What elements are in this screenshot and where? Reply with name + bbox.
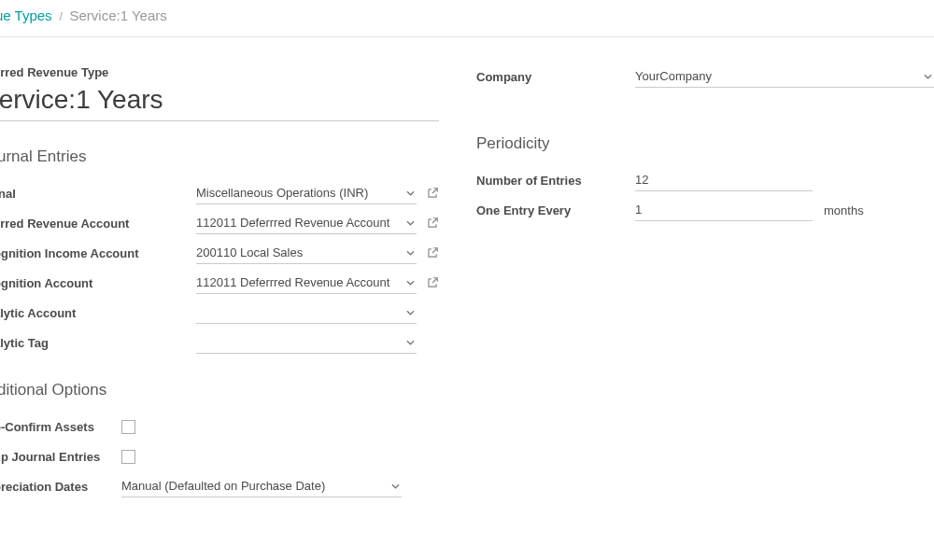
- analytic-account-label: …alytic Account: [0, 306, 196, 320]
- recognition-account-label: …ognition Account: [0, 276, 196, 290]
- periodicity-heading: Periodicity: [476, 134, 934, 153]
- company-select[interactable]: [635, 65, 934, 88]
- depreciation-dates-select[interactable]: [121, 475, 402, 497]
- company-label: Company: [476, 70, 635, 84]
- additional-options-heading: …ditional Options: [0, 381, 439, 399]
- number-of-entries-input[interactable]: [635, 169, 813, 191]
- external-link-icon[interactable]: [426, 246, 439, 259]
- one-entry-every-label: One Entry Every: [476, 203, 635, 217]
- recognition-income-account-select[interactable]: [196, 242, 417, 264]
- breadcrumb-separator: /: [59, 9, 63, 23]
- external-link-icon[interactable]: [426, 276, 439, 289]
- type-name-input[interactable]: [0, 81, 439, 121]
- breadcrumb-parent-link[interactable]: …ue Types: [0, 7, 52, 23]
- one-entry-every-unit: months: [824, 203, 864, 217]
- analytic-account-select[interactable]: [196, 301, 417, 324]
- deferred-revenue-account-label: …erred Revenue Account: [0, 217, 196, 231]
- recognition-income-account-label: …ognition Income Account: [0, 246, 196, 260]
- group-entries-checkbox[interactable]: [121, 450, 135, 464]
- group-entries-label: …up Journal Entries: [0, 450, 121, 464]
- journal-entries-heading: …urnal Entries: [0, 147, 439, 166]
- number-of-entries-label: Number of Entries: [476, 174, 635, 188]
- analytic-tag-select[interactable]: [196, 331, 417, 354]
- auto-confirm-label: …o-Confirm Assets: [0, 420, 121, 434]
- analytic-tag-label: …alytic Tag: [0, 336, 196, 350]
- type-label: …erred Revenue Type: [0, 65, 439, 79]
- journal-select[interactable]: [196, 182, 417, 204]
- journal-label: …rnal: [0, 187, 196, 201]
- auto-confirm-checkbox[interactable]: [121, 420, 135, 434]
- breadcrumb-current: Service:1 Years: [69, 7, 166, 23]
- breadcrumb: …ue Types / Service:1 Years: [0, 0, 934, 36]
- deferred-revenue-account-select[interactable]: [196, 212, 417, 234]
- external-link-icon[interactable]: [426, 217, 439, 230]
- depreciation-dates-label: …preciation Dates: [0, 480, 121, 494]
- recognition-account-select[interactable]: [196, 272, 417, 294]
- one-entry-every-input[interactable]: [635, 199, 813, 221]
- external-link-icon[interactable]: [426, 187, 439, 200]
